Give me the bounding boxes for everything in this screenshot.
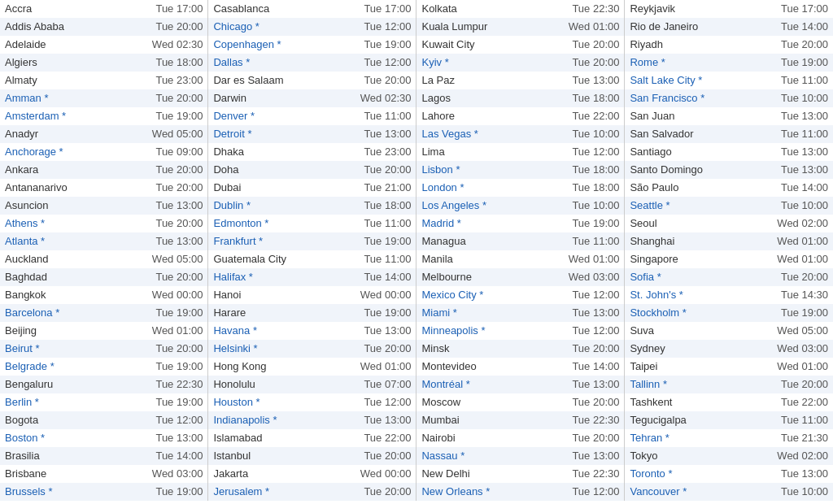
city-name[interactable]: Las Vegas *: [416, 125, 546, 143]
city-name: Algiers: [0, 54, 129, 72]
city-name[interactable]: Tallinn *: [625, 376, 754, 393]
city-name[interactable]: Rome *: [625, 54, 754, 72]
city-name[interactable]: Lisbon *: [416, 161, 546, 179]
city-name[interactable]: Madrid *: [416, 215, 546, 232]
city-name[interactable]: Atlanta *: [0, 232, 129, 250]
city-name[interactable]: Anchorage *: [0, 143, 129, 161]
city-time: Tue 23:00: [129, 72, 208, 89]
city-name[interactable]: Indianapolis *: [208, 411, 338, 429]
city-time: Wed 01:00: [754, 232, 833, 250]
city-time: Tue 19:00: [129, 393, 208, 411]
city-name: Singapore: [625, 250, 754, 268]
city-name[interactable]: London *: [416, 179, 546, 197]
city-time: Tue 10:00: [754, 483, 833, 501]
city-time: Tue 22:30: [546, 411, 625, 429]
city-name[interactable]: San Francisco *: [625, 89, 754, 107]
city-time: Tue 12:00: [129, 411, 208, 429]
city-name: Darwin: [208, 89, 338, 107]
city-name[interactable]: Barcelona *: [0, 304, 129, 322]
city-name[interactable]: New Orleans *: [416, 483, 546, 501]
city-name[interactable]: Jerusalem *: [208, 483, 338, 501]
city-name[interactable]: Amman *: [0, 89, 129, 107]
city-time: Tue 19:00: [129, 358, 208, 376]
city-time: Tue 20:00: [546, 340, 625, 358]
city-name[interactable]: Berlin *: [0, 393, 129, 411]
city-name[interactable]: Mexico City *: [416, 286, 546, 304]
city-time: Tue 17:00: [338, 0, 416, 18]
city-name[interactable]: Minneapolis *: [416, 322, 546, 340]
city-name[interactable]: Dallas *: [208, 54, 338, 72]
city-time: Wed 01:00: [754, 358, 833, 376]
city-name[interactable]: Toronto *: [625, 465, 754, 483]
city-name[interactable]: Seattle *: [625, 197, 754, 215]
city-name[interactable]: Frankfurt *: [208, 232, 338, 250]
city-name[interactable]: Detroit *: [208, 125, 338, 143]
city-time: Tue 20:00: [546, 36, 625, 54]
city-name[interactable]: Chicago *: [208, 18, 338, 36]
table-row: AntananarivoTue 20:00DubaiTue 21:00Londo…: [0, 179, 833, 197]
city-name[interactable]: Los Angeles *: [416, 197, 546, 215]
city-name[interactable]: Denver *: [208, 107, 338, 125]
city-time: Tue 12:00: [546, 322, 625, 340]
city-name[interactable]: Montréal *: [416, 376, 546, 393]
table-row: AucklandWed 05:00Guatemala CityTue 11:00…: [0, 250, 833, 268]
city-name[interactable]: Stockholm *: [625, 304, 754, 322]
city-time: Wed 01:00: [546, 18, 625, 36]
city-name: Casablanca: [208, 0, 338, 18]
city-name[interactable]: St. John's *: [625, 286, 754, 304]
city-name: Doha: [208, 161, 338, 179]
city-name: Tashkent: [625, 393, 754, 411]
city-name[interactable]: Nassau *: [416, 447, 546, 465]
city-name: Dhaka: [208, 143, 338, 161]
city-name: New Delhi: [416, 465, 546, 483]
table-row: BogotaTue 12:00Indianapolis *Tue 13:00Mu…: [0, 411, 833, 429]
city-name[interactable]: Halifax *: [208, 268, 338, 286]
city-time: Tue 20:00: [129, 18, 208, 36]
city-name: Brasilia: [0, 447, 129, 465]
city-time: Tue 12:00: [546, 286, 625, 304]
table-row: Belgrade *Tue 19:00Hong KongWed 01:00Mon…: [0, 358, 833, 376]
table-row: BrisbaneWed 03:00JakartaWed 00:00New Del…: [0, 465, 833, 483]
city-name: Lima: [416, 143, 546, 161]
city-time: Tue 20:00: [338, 72, 416, 89]
city-time: Tue 11:00: [338, 215, 416, 232]
table-row: Atlanta *Tue 13:00Frankfurt *Tue 19:00Ma…: [0, 232, 833, 250]
city-time: Wed 05:00: [754, 322, 833, 340]
city-time: Tue 21:30: [754, 429, 833, 447]
city-name[interactable]: Boston *: [0, 429, 129, 447]
city-name[interactable]: Miami *: [416, 304, 546, 322]
city-name: Kolkata: [416, 0, 546, 18]
city-time: Tue 13:00: [129, 429, 208, 447]
city-name[interactable]: Copenhagen *: [208, 36, 338, 54]
city-name: Mumbai: [416, 411, 546, 429]
city-name[interactable]: Athens *: [0, 215, 129, 232]
city-name: Beijing: [0, 322, 129, 340]
city-time: Tue 19:00: [129, 107, 208, 125]
city-time: Wed 05:00: [129, 250, 208, 268]
city-name[interactable]: Tehran *: [625, 429, 754, 447]
city-name[interactable]: Helsinki *: [208, 340, 338, 358]
city-name[interactable]: Amsterdam *: [0, 107, 129, 125]
city-name[interactable]: Edmonton *: [208, 215, 338, 232]
city-time: Tue 20:00: [754, 268, 833, 286]
city-name: Dar es Salaam: [208, 72, 338, 89]
city-name[interactable]: Salt Lake City *: [625, 72, 754, 89]
city-name[interactable]: Vancouver *: [625, 483, 754, 501]
city-name[interactable]: Beirut *: [0, 340, 129, 358]
table-row: AnadyrWed 05:00Detroit *Tue 13:00Las Veg…: [0, 125, 833, 143]
city-time: Tue 13:00: [129, 197, 208, 215]
city-time: Wed 00:00: [129, 286, 208, 304]
city-time: Tue 19:00: [754, 54, 833, 72]
city-name[interactable]: Kyiv *: [416, 54, 546, 72]
table-row: Amman *Tue 20:00DarwinWed 02:30LagosTue …: [0, 89, 833, 107]
city-name[interactable]: Brussels *: [0, 483, 129, 501]
city-name[interactable]: Belgrade *: [0, 358, 129, 376]
city-name[interactable]: Dublin *: [208, 197, 338, 215]
city-time: Tue 13:00: [338, 411, 416, 429]
table-row: AdelaideWed 02:30Copenhagen *Tue 19:00Ku…: [0, 36, 833, 54]
city-name[interactable]: Havana *: [208, 322, 338, 340]
city-name: Tegucigalpa: [625, 411, 754, 429]
city-name[interactable]: Sofia *: [625, 268, 754, 286]
city-time: Tue 20:00: [129, 89, 208, 107]
city-name[interactable]: Houston *: [208, 393, 338, 411]
